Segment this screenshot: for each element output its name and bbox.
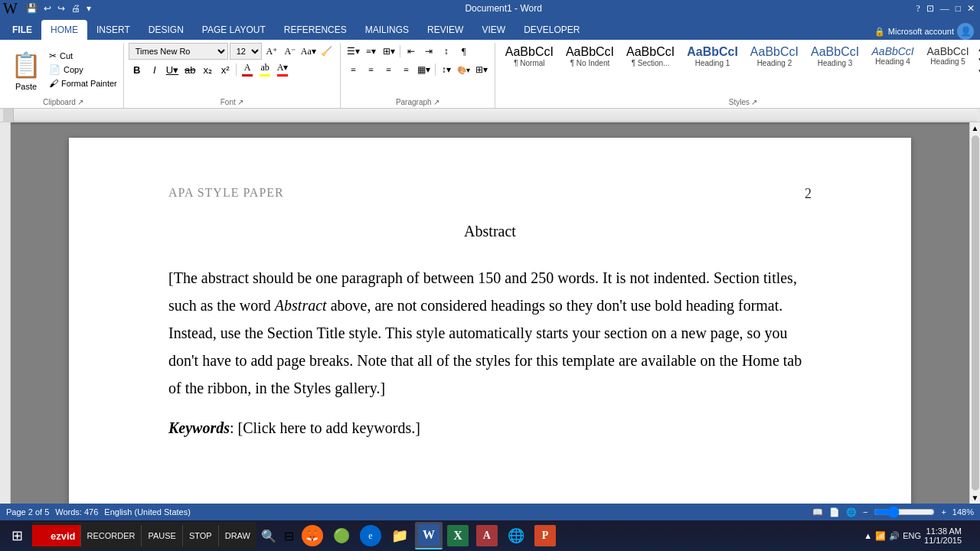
start-button[interactable]: ⊞ <box>3 522 31 549</box>
vertical-scrollbar[interactable]: ▲ ▼ <box>969 122 980 504</box>
style-heading2[interactable]: AaBbCcI Heading 2 <box>745 43 804 70</box>
font-expand-icon[interactable]: ↗ <box>237 98 243 106</box>
ruler-corner[interactable] <box>3 109 14 122</box>
justify-btn[interactable]: ≡ <box>398 61 415 78</box>
sort-btn[interactable]: ↕ <box>438 43 455 60</box>
tab-file[interactable]: FILE <box>3 20 41 40</box>
scroll-up-btn[interactable]: ▲ <box>970 122 980 134</box>
superscript-btn[interactable]: x² <box>217 61 234 78</box>
style-normal[interactable]: AaBbCcI ¶ Normal <box>500 43 559 70</box>
font-name-select[interactable]: Times New Ro <box>129 43 228 60</box>
undo-quick-btn[interactable]: ↩ <box>41 2 54 15</box>
align-right-btn[interactable]: ≡ <box>381 61 397 78</box>
redo-quick-btn[interactable]: ↪ <box>55 2 67 15</box>
help-btn[interactable]: ? <box>913 2 922 15</box>
cut-button[interactable]: ✂ Cut <box>47 50 119 62</box>
network-icon[interactable]: 📶 <box>875 531 886 541</box>
align-left-btn[interactable]: ≡ <box>345 61 362 78</box>
underline-btn[interactable]: U▾ <box>164 61 181 78</box>
taskbar-item-word[interactable]: W <box>415 522 443 549</box>
ezvid-draw-btn[interactable]: DRAW <box>218 525 256 546</box>
scroll-down-btn[interactable]: ▼ <box>970 492 980 504</box>
style-heading3[interactable]: AaBbCcI Heading 3 <box>805 43 864 70</box>
taskbar-item-taskview[interactable]: ⊟ <box>281 522 297 549</box>
taskbar-item-ie[interactable]: e <box>357 522 384 549</box>
strikethrough-btn[interactable]: ab <box>181 61 198 78</box>
bold-btn[interactable]: B <box>129 61 145 78</box>
paragraph-expand-icon[interactable]: ↗ <box>433 98 439 106</box>
style-section[interactable]: AaBbCcI ¶ Section... <box>621 43 680 70</box>
shrink-font-btn[interactable]: A⁻ <box>282 43 299 60</box>
taskbar-item-chrome[interactable]: 🟢 <box>328 522 355 549</box>
subscript-btn[interactable]: x₂ <box>199 61 216 78</box>
volume-icon[interactable]: 🔊 <box>889 531 900 541</box>
multilevel-list-btn[interactable]: ⊞▾ <box>381 43 397 60</box>
style-heading5[interactable]: AaBbCcI Heading 5 <box>921 43 975 68</box>
close-btn[interactable]: ✕ <box>965 2 977 15</box>
clock[interactable]: 11:38 AM 11/1/2015 <box>924 527 962 545</box>
taskbar-item-explorer[interactable]: 📁 <box>386 522 413 549</box>
tab-mailings[interactable]: MAILINGS <box>356 20 418 40</box>
shading-btn[interactable]: 🎨▾ <box>456 61 472 78</box>
numbering-btn[interactable]: ≡▾ <box>363 43 380 60</box>
format-painter-button[interactable]: 🖌 Format Painter <box>47 77 119 90</box>
line-spacing-btn[interactable]: ↕▾ <box>438 61 455 78</box>
clear-format-btn[interactable]: 🧹 <box>318 43 335 60</box>
styles-scroll-down[interactable]: ▼ <box>975 54 980 66</box>
align-center-btn[interactable]: ≡ <box>363 61 380 78</box>
clipboard-expand-icon[interactable]: ↗ <box>77 98 83 106</box>
style-no-indent[interactable]: AaBbCcI ¶ No Indent <box>560 43 619 70</box>
decrease-indent-btn[interactable]: ⇤ <box>403 43 420 60</box>
tab-review[interactable]: REVIEW <box>418 20 472 40</box>
change-case-btn[interactable]: Aa▾ <box>300 43 317 60</box>
taskbar-item-browser[interactable]: 🌐 <box>502 522 530 549</box>
zoom-slider[interactable] <box>874 506 935 518</box>
maximize-btn[interactable]: □ <box>953 2 963 15</box>
tab-developer[interactable]: DEVELOPER <box>514 20 589 40</box>
zoom-in-btn[interactable]: + <box>941 507 946 517</box>
tab-view[interactable]: VIEW <box>472 20 514 40</box>
print-quick-btn[interactable]: 🖨 <box>69 2 83 15</box>
tab-insert[interactable]: INSERT <box>87 20 139 40</box>
tab-page-layout[interactable]: PAGE LAYOUT <box>193 20 275 40</box>
show-hidden-icons-btn[interactable]: ▲ <box>864 531 872 540</box>
font-size-select[interactable]: 12 <box>230 43 262 60</box>
read-mode-icon[interactable]: 📖 <box>812 507 823 517</box>
minimize-btn[interactable]: — <box>938 2 952 15</box>
styles-expand-icon[interactable]: ↗ <box>751 98 757 106</box>
tab-home[interactable]: HOME <box>41 20 87 40</box>
document-body[interactable]: [The abstract should be one paragraph of… <box>168 264 812 442</box>
border-btn[interactable]: ⊞▾ <box>473 61 490 78</box>
style-heading1[interactable]: AaBbCcI Heading 1 <box>681 43 743 70</box>
styles-scroll-up[interactable]: ▲ <box>975 43 980 54</box>
show-formatting-btn[interactable]: ¶ <box>456 43 472 60</box>
taskbar-item-access[interactable]: A <box>473 522 501 549</box>
italic-btn[interactable]: I <box>146 61 163 78</box>
tab-references[interactable]: REFERENCES <box>275 20 356 40</box>
scroll-thumb[interactable] <box>972 135 979 491</box>
ezvid-stop-btn[interactable]: STOP <box>182 525 218 546</box>
restore-btn[interactable]: ⊡ <box>924 2 936 15</box>
style-heading4[interactable]: AaBbCcI Heading 4 <box>866 43 920 68</box>
paste-button[interactable]: 📋 Paste <box>8 47 44 93</box>
web-layout-icon[interactable]: 🌐 <box>846 507 857 517</box>
zoom-out-btn[interactable]: − <box>863 507 867 517</box>
tab-design[interactable]: DESIGN <box>139 20 193 40</box>
font-color-btn[interactable]: A <box>239 61 256 78</box>
save-quick-btn[interactable]: 💾 <box>24 2 40 15</box>
increase-indent-btn[interactable]: ⇥ <box>420 43 437 60</box>
keywords-value[interactable]: : [Click here to add keywords.] <box>230 414 420 442</box>
print-layout-icon[interactable]: 📄 <box>829 507 840 517</box>
grow-font-btn[interactable]: A⁺ <box>263 43 280 60</box>
taskbar-item-excel[interactable]: X <box>444 522 472 549</box>
account-label[interactable]: Microsoft account <box>888 27 954 36</box>
customize-quick-btn[interactable]: ▾ <box>84 2 93 15</box>
highlight-btn[interactable]: ab <box>256 61 273 78</box>
taskbar-item-powerpoint[interactable]: P <box>531 522 559 549</box>
language-indicator[interactable]: ENG <box>903 531 921 540</box>
column-btn[interactable]: ▦▾ <box>416 61 433 78</box>
ezvid-pause-btn[interactable]: PAUSE <box>141 525 181 546</box>
styles-more[interactable]: ▼ <box>975 66 980 77</box>
copy-button[interactable]: 📄 Copy <box>47 64 119 76</box>
text-color-btn[interactable]: A▾ <box>274 61 291 78</box>
